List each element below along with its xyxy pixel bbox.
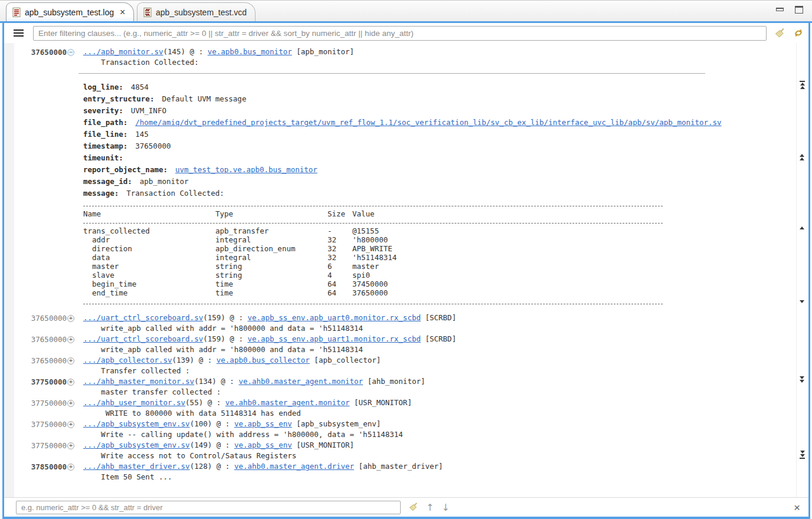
expand-icon[interactable]: + bbox=[67, 400, 74, 407]
entry-timestamp: 37650000 bbox=[31, 47, 67, 58]
log-entry-list: 37650000−.../apb_monitor.sv(145) @ : ve.… bbox=[14, 43, 796, 497]
ascii-divider bbox=[83, 299, 663, 304]
expand-icon[interactable]: + bbox=[67, 336, 74, 343]
log-entry: 37750000+.../apb_subsystem_env.sv(100) @… bbox=[14, 419, 796, 440]
report-object-link[interactable]: ve.ahb0.master_agent.monitor bbox=[238, 377, 363, 386]
report-object-link[interactable]: ve.apb0.bus_monitor bbox=[208, 47, 292, 56]
source-file-link[interactable]: .../apb_collector.sv bbox=[83, 356, 172, 364]
source-file-link[interactable]: .../apb_subsystem_env.sv bbox=[83, 441, 190, 449]
detail-value-link[interactable]: /home/amiq/dvt_predefined_projects_targe… bbox=[135, 118, 721, 127]
detail-value: Transaction Collected: bbox=[126, 189, 224, 198]
close-icon[interactable]: × bbox=[794, 502, 800, 513]
source-file-link[interactable]: .../ahb_master_monitor.sv bbox=[83, 377, 194, 386]
message-tag: [SCRBD] bbox=[421, 313, 456, 322]
table-cell: 64 bbox=[328, 288, 352, 297]
table-row: addrintegral32'h800000 bbox=[83, 235, 722, 244]
log-file-icon bbox=[12, 8, 21, 17]
table-cell: 'h800000 bbox=[352, 235, 388, 244]
expand-icon[interactable]: + bbox=[67, 421, 74, 428]
table-cell: 37450000 bbox=[352, 280, 388, 288]
expand-icon[interactable]: + bbox=[67, 315, 74, 322]
message-tag: [apb_subsystem_env] bbox=[292, 419, 381, 428]
report-object-link[interactable]: ve.apb0.bus_collector bbox=[217, 356, 310, 364]
ascii-divider bbox=[83, 218, 663, 224]
table-cell: 6 bbox=[328, 262, 352, 271]
scroll-page-up-icon[interactable] bbox=[800, 154, 804, 160]
filter-input[interactable] bbox=[33, 26, 767, 41]
expand-icon[interactable]: + bbox=[67, 442, 74, 449]
entry-gutter: 37650000+ bbox=[14, 355, 74, 376]
entry-body: .../ahb_user_monitor.sv(55) @ : ve.ahb0.… bbox=[83, 398, 412, 419]
source-file-link[interactable]: .../apb_monitor.sv bbox=[83, 47, 163, 56]
log-entry: 37650000+.../uart_ctrl_scoreboard.sv(159… bbox=[14, 313, 796, 334]
table-cell: string bbox=[215, 271, 328, 280]
entry-body: .../apb_monitor.sv(145) @ : ve.apb0.bus_… bbox=[83, 47, 722, 313]
message-tag: [apb_monitor] bbox=[292, 47, 354, 56]
report-object-link[interactable]: ve.ahb0.master_agent.monitor bbox=[225, 398, 350, 407]
tab-log-file[interactable]: apb_subsystem_test.log × bbox=[6, 2, 134, 22]
table-cell: master bbox=[83, 262, 215, 271]
table-cell: integral bbox=[215, 253, 328, 262]
collapse-icon[interactable]: − bbox=[67, 49, 74, 56]
detail-value-link[interactable]: uvm_test_top.ve.apb0.bus_monitor bbox=[175, 165, 317, 174]
table-row: begin_timetime6437450000 bbox=[83, 280, 722, 288]
detail-label: timeunit: bbox=[83, 153, 123, 162]
menu-icon[interactable] bbox=[14, 28, 24, 38]
report-object-link[interactable]: ve.ahb0.master_agent.driver bbox=[234, 462, 354, 471]
table-cell: data bbox=[83, 253, 215, 262]
entry-gutter: 37750000+ bbox=[14, 419, 74, 440]
source-file-link[interactable]: .../uart_ctrl_scoreboard.sv bbox=[83, 334, 203, 343]
table-cell: trans_collected bbox=[83, 226, 215, 235]
table-row: directionapb_direction_enum32APB_WRITE bbox=[83, 244, 722, 253]
maximize-icon[interactable] bbox=[794, 6, 804, 14]
entry-timestamp: 37750000 bbox=[31, 441, 67, 451]
detail-field: file_line:145 bbox=[83, 129, 722, 140]
detail-label: log_line: bbox=[83, 83, 123, 91]
expand-icon[interactable]: + bbox=[67, 464, 74, 471]
source-line: (55) @ : bbox=[185, 398, 225, 407]
tab-bar: apb_subsystem_test.log × apb_subsystem_t… bbox=[0, 0, 812, 21]
scroll-up-icon[interactable] bbox=[800, 226, 804, 229]
report-object-link[interactable]: ve.apb_ss_env.apb_uart0.monitor.rx_scbd bbox=[247, 313, 421, 322]
entry-headline: .../uart_ctrl_scoreboard.sv(159) @ : ve.… bbox=[83, 313, 456, 323]
source-file-link[interactable]: .../uart_ctrl_scoreboard.sv bbox=[83, 313, 203, 322]
filter-bar bbox=[4, 23, 808, 43]
table-cell: APB_WRITE bbox=[352, 244, 392, 253]
table-row: masterstring6master bbox=[83, 262, 722, 271]
scroll-first-icon[interactable] bbox=[800, 81, 805, 89]
scroll-down-icon[interactable] bbox=[800, 300, 804, 303]
entry-headline: .../apb_monitor.sv(145) @ : ve.apb0.bus_… bbox=[83, 47, 722, 57]
source-file-link[interactable]: .../apb_subsystem_env.sv bbox=[83, 419, 190, 428]
scroll-page-down-icon[interactable] bbox=[800, 376, 804, 383]
tab-close-icon[interactable]: × bbox=[120, 8, 125, 17]
expand-icon[interactable]: + bbox=[67, 357, 74, 364]
report-object-link[interactable]: ve.apb_ss_env bbox=[234, 441, 292, 449]
minimize-icon[interactable] bbox=[775, 6, 785, 14]
entry-timestamp: 37650000 bbox=[31, 356, 67, 366]
broom-icon[interactable] bbox=[774, 28, 785, 39]
source-file-link[interactable]: .../ahb_user_monitor.sv bbox=[83, 398, 185, 407]
search-input[interactable] bbox=[16, 501, 401, 514]
table-header: Type bbox=[215, 209, 328, 218]
entry-body: .../ahb_master_monitor.sv(134) @ : ve.ah… bbox=[83, 376, 425, 398]
expand-icon[interactable]: + bbox=[67, 379, 74, 386]
detail-value: 145 bbox=[135, 130, 149, 139]
tab-vcd-file[interactable]: apb_subsystem_test.vcd bbox=[137, 2, 256, 22]
view-controls bbox=[775, 6, 804, 14]
source-file-link[interactable]: .../ahb_master_driver.sv bbox=[83, 462, 190, 471]
find-previous-icon[interactable]: ↑ bbox=[426, 502, 434, 513]
find-next-icon[interactable]: ↓ bbox=[441, 502, 449, 513]
table-cell: end_time bbox=[83, 288, 215, 297]
report-object-link[interactable]: ve.apb_ss_env bbox=[234, 419, 292, 428]
report-object-link[interactable]: ve.apb_ss_env.apb_uart1.monitor.rx_scbd bbox=[247, 334, 421, 343]
scroll-last-icon[interactable] bbox=[800, 451, 805, 459]
table-cell: @15155 bbox=[352, 226, 379, 235]
broom-icon[interactable] bbox=[408, 502, 418, 513]
entry-gutter: 37750000+ bbox=[14, 440, 74, 461]
sync-icon[interactable] bbox=[793, 28, 804, 38]
entry-message: master transfer collected : bbox=[83, 387, 425, 398]
entry-headline: .../ahb_user_monitor.sv(55) @ : ve.ahb0.… bbox=[83, 398, 412, 408]
detail-label: file_line: bbox=[83, 130, 127, 139]
table-cell: 32 bbox=[328, 235, 352, 244]
detail-label: file_path: bbox=[83, 118, 127, 127]
